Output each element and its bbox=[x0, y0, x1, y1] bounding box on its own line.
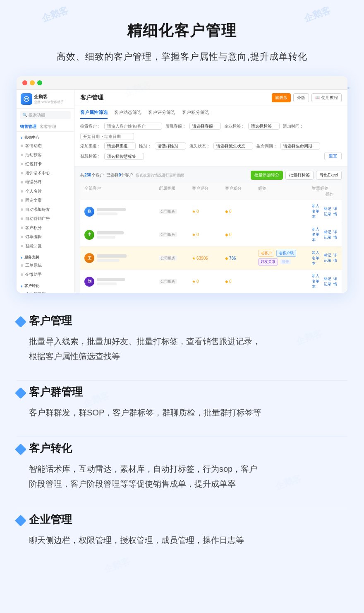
avatar: 李 bbox=[84, 230, 94, 240]
sidebar-item-acquire[interactable]: 活动获客 bbox=[17, 150, 74, 159]
filter-lifecycle-label: 生命周期： bbox=[256, 143, 277, 149]
add-to-list-btn[interactable]: 加入名单本 bbox=[312, 227, 322, 243]
sidebar-section-conversion: ♦ 客户转化 企业信息库 互动雷达 素材库 自动打标签 好友变动 客户行程管理 … bbox=[17, 280, 74, 293]
tag-good-friend[interactable]: 好友关系 bbox=[258, 258, 278, 265]
sidebar-item-auto-add[interactable]: 自动添加好友 bbox=[17, 205, 74, 214]
filter-search-input[interactable] bbox=[104, 123, 162, 130]
table-count: 共230个客户 bbox=[80, 172, 104, 178]
divider-3 bbox=[17, 508, 347, 508]
sidebar: 企鹅客 企微SCRM营客助手 🔍 搜索功能 销售管理 客客管理 ♦ 营销中 bbox=[17, 90, 74, 293]
sidebar-item-order[interactable]: 订单编辑 bbox=[17, 232, 74, 241]
sidebar-item-points[interactable]: 客户积分 bbox=[17, 223, 74, 232]
filter-loss-label: 流失状态： bbox=[189, 143, 210, 149]
filter-time-label: 添加时间： bbox=[283, 123, 304, 129]
filter-channel-label: 添加渠道： bbox=[80, 143, 101, 149]
topbar-btn-outer[interactable]: 外版 bbox=[293, 93, 309, 102]
topbar-title: 客户管理 bbox=[80, 94, 103, 101]
detail-btn[interactable]: 详情 bbox=[333, 206, 338, 217]
logo-icon bbox=[21, 93, 32, 105]
sidebar-item-speech[interactable]: 培训话术中心 bbox=[17, 169, 74, 178]
expand-tags[interactable]: 展开 bbox=[280, 259, 291, 264]
row-actions: 加入名单本 标记记录 详情 bbox=[312, 250, 338, 266]
data-table: 全部客户 所属客服 客户评分 客户积分 标签 智慧标签 操作 张 bbox=[80, 183, 342, 293]
customer-sub-blur bbox=[97, 259, 120, 262]
filter-agent-select[interactable]: 请选择客服 bbox=[189, 123, 221, 130]
customer-cell: 张 bbox=[84, 207, 159, 217]
table-row: 王 公司服务 ★63906 ◆786 老客户 老 bbox=[80, 246, 342, 270]
score-cell: ★0 bbox=[192, 232, 225, 237]
tags-cell: 老客户 老客户级 好友关系 展开 bbox=[258, 250, 312, 266]
smart-tags-cell: 加入名单本 标记记录 详情 bbox=[312, 227, 338, 243]
filter-tab-points[interactable]: 客户积分筛选 bbox=[182, 106, 209, 119]
header-points: 客户积分 bbox=[225, 186, 258, 197]
customer-name-blur bbox=[97, 231, 124, 234]
table-toolbar: 共230个客户 已选择0个客户 客资改变的情况进行更新提醒 批量添加评分 批量打… bbox=[80, 171, 342, 180]
filter-reset-btn[interactable]: 重置 bbox=[324, 152, 342, 160]
customer-cell: 王 bbox=[84, 253, 159, 263]
filter-time-input[interactable] bbox=[80, 133, 134, 140]
feature-customer-management: 客户管理 批量导入线索，批量加好友、批量打标签，查看销售跟进记录，根据客户属性筛… bbox=[17, 314, 347, 364]
logo-text: 企鹅客 bbox=[34, 94, 64, 100]
filter-lifecycle-select[interactable]: 请选择生命周期 bbox=[280, 142, 320, 150]
sidebar-search-area[interactable]: 🔍 搜索功能 bbox=[17, 109, 74, 122]
sidebar-item-auto-reply[interactable]: 智能回复 bbox=[17, 241, 74, 251]
smart-tags-cell: 加入名单本 标记记录 详情 bbox=[312, 273, 338, 290]
detail-btn[interactable]: 详情 bbox=[333, 229, 338, 240]
customer-cell: 刘 bbox=[84, 277, 159, 287]
topbar-actions: 旗舰版 外版 📖 使用教程 bbox=[272, 93, 342, 102]
filter-channel-select[interactable]: 请选择渠道 bbox=[104, 142, 136, 150]
sidebar-conversion-header: ♦ 客户转化 bbox=[17, 282, 74, 290]
sidebar-tab-sales[interactable]: 销售管理 bbox=[20, 124, 36, 130]
app-screenshot: 企鹅客 企微SCRM营客助手 🔍 搜索功能 销售管理 客客管理 ♦ 营销中 bbox=[17, 76, 347, 293]
filter-tab-score[interactable]: 客户评分筛选 bbox=[148, 106, 175, 119]
sidebar-item-ticket[interactable]: 工单系统 bbox=[17, 261, 74, 270]
add-to-list-btn[interactable]: 加入名单本 bbox=[312, 250, 322, 266]
sidebar-item-customer-status[interactable]: 客情动态 bbox=[17, 141, 74, 150]
score-cell: ★0 bbox=[192, 279, 225, 284]
page-subtitle: 高效、细致的客户管理，掌握客户属性与意向,提升成单转化 bbox=[17, 49, 347, 64]
detail-btn[interactable]: 详情 bbox=[333, 253, 338, 263]
export-excel-btn[interactable]: 导出Excel bbox=[316, 171, 342, 180]
sidebar-tab-service[interactable]: 客客管理 bbox=[40, 124, 56, 130]
agent-cell: 公司服务 bbox=[159, 256, 192, 261]
add-note-btn[interactable]: 标记记录 bbox=[324, 206, 332, 217]
filter-tab-attribute[interactable]: 客户属性筛选 bbox=[80, 106, 108, 119]
sidebar-item-card[interactable]: 个人名片 bbox=[17, 187, 74, 196]
sidebar-item-auto-market[interactable]: 自动营销广告 bbox=[17, 214, 74, 223]
tag-old-customer-level[interactable]: 老客户级 bbox=[276, 250, 296, 257]
sidebar-search-input[interactable]: 🔍 搜索功能 bbox=[20, 111, 71, 119]
batch-tag-btn[interactable]: 批量打标签 bbox=[285, 171, 314, 180]
batch-score-btn[interactable]: 批量添加评分 bbox=[251, 171, 283, 180]
svg-point-0 bbox=[24, 97, 29, 101]
add-note-btn[interactable]: 标记记录 bbox=[324, 276, 332, 287]
tag-old-customer[interactable]: 老客户 bbox=[258, 250, 274, 257]
filter-tab-dynamic[interactable]: 客户动态筛选 bbox=[114, 106, 141, 119]
sidebar-item-call[interactable]: 电话外呼 bbox=[17, 178, 74, 187]
feature-enterprise: 企业管理 聊天侧边栏，权限管理，授权管理，成员管理，操作日志等 bbox=[17, 512, 347, 548]
topbar-btn-tutorial[interactable]: 📖 使用教程 bbox=[311, 93, 342, 102]
table-row: 张 公司服务 ★0 ◆0 bbox=[80, 200, 342, 223]
add-note-btn[interactable]: 标记记录 bbox=[324, 229, 332, 240]
sidebar-logo: 企鹅客 企微SCRM营客助手 bbox=[17, 90, 74, 109]
table-row: 刘 公司服务 ★0 ◆0 bbox=[80, 270, 342, 293]
filter-enterprise-tag-select[interactable]: 请选择标签 bbox=[248, 123, 280, 130]
filter-tabs: 客户属性筛选 客户动态筛选 客户评分筛选 客户积分筛选 bbox=[74, 106, 347, 119]
add-to-list-btn[interactable]: 加入名单本 bbox=[312, 203, 322, 220]
book-icon: 📖 bbox=[315, 95, 320, 100]
points-cell: ◆0 bbox=[225, 232, 258, 237]
customer-name-blur bbox=[97, 254, 127, 258]
row-actions: 加入名单本 标记记录 详情 bbox=[312, 227, 338, 243]
filter-smart-tag-select[interactable]: 请选择智慧标签 bbox=[104, 153, 144, 160]
detail-btn[interactable]: 详情 bbox=[333, 276, 338, 287]
filter-gender-select[interactable]: 请选择性别 bbox=[155, 142, 186, 150]
sidebar-item-redpacket[interactable]: 红包打卡 bbox=[17, 159, 74, 169]
topbar-btn-premium[interactable]: 旗舰版 bbox=[272, 93, 291, 102]
add-to-list-btn[interactable]: 加入名单本 bbox=[312, 273, 322, 290]
logo-subtext: 企微SCRM营客助手 bbox=[34, 100, 64, 104]
filter-loss-select[interactable]: 请选择流失状态 bbox=[213, 142, 253, 150]
sidebar-item-qiwei[interactable]: 企微助手 bbox=[17, 270, 74, 279]
sidebar-item-copy[interactable]: 固定文案 bbox=[17, 196, 74, 205]
feature-conversion: 客户转化 智能话术库，互动雷达，素材库，自动打标签，行为sop，客户阶段管理，客… bbox=[17, 441, 347, 491]
add-note-btn[interactable]: 标记记录 bbox=[324, 253, 332, 263]
sidebar-item-info-db[interactable]: 企业信息库 bbox=[17, 290, 74, 293]
